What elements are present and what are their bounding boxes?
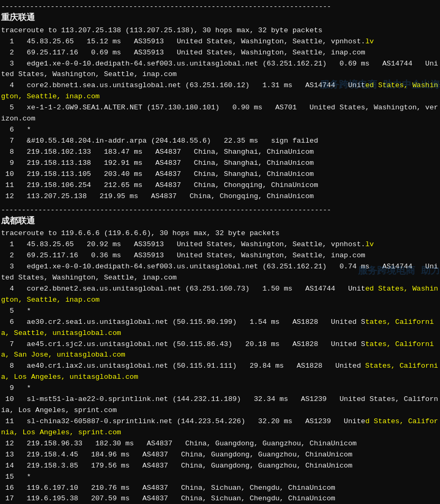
section2-hop-9: 9 * <box>1 383 439 394</box>
section1-hop-2: 2 69.25.117.16 0.69 ms AS35913 United St… <box>1 48 439 59</box>
section1-title: 重庆联通 <box>1 12 439 25</box>
section1-hop-3: 3 edge1.xe-0-0-10.dedipath-64.sef003.us.… <box>1 59 439 81</box>
section-chengdu: 成都联通 traceroute to 119.6.6.6 (119.6.6.6)… <box>1 215 439 504</box>
section1-hop-10: 10 219.158.113.105 203.40 ms AS4837 Chin… <box>1 169 439 180</box>
mid-divider: ----------------------------------------… <box>1 206 439 215</box>
section-chongqing: 重庆联通 traceroute to 113.207.25.138 (113.2… <box>1 12 439 202</box>
section1-hop-9: 9 219.158.113.138 192.91 ms AS4837 China… <box>1 158 439 169</box>
section1-hop-11: 11 219.158.106.254 212.65 ms AS4837 Chin… <box>1 180 439 191</box>
section2-hop-7: 7 ae45.cr1.sjc2.us.unitasglobal.net (50.… <box>1 339 439 361</box>
section1-hop-12: 12 113.207.25.138 219.95 ms AS4837 China… <box>1 191 439 202</box>
section2-hop-6: 6 ae30.cr2.sea1.us.unitasglobal.net (50.… <box>1 317 439 339</box>
section2-hop-10: 10 sl-mst51-la-ae22-0.sprintlink.net (14… <box>1 394 439 416</box>
section2-hop-8: 8 ae40.cr1.lax2.us.unitasglobal.net (50.… <box>1 361 439 383</box>
section2-hop-11: 11 sl-china32-605887-0.sprintlink.net (1… <box>1 416 439 438</box>
section2-hop-4: 4 core2.bbnet2.sea.us.unitasglobal.net (… <box>1 284 439 306</box>
section1-hop-6: 6 * <box>1 125 439 136</box>
section2-hop-2: 2 69.25.117.16 0.36 ms AS35913 United St… <box>1 250 439 262</box>
section2-hop-15: 15 * <box>1 472 439 483</box>
section2-hop-5: 5 * <box>1 306 439 317</box>
section1-hop-8: 8 219.158.102.133 183.47 ms AS4837 China… <box>1 147 439 158</box>
section2-header: traceroute to 119.6.6.6 (119.6.6.6), 30 … <box>1 228 439 239</box>
section2-hop-3: 3 edge1.xe-0-0-10.dedipath-64.sef003.us.… <box>1 262 439 284</box>
section2-hop-16: 16 119.6.197.10 210.76 ms AS4837 China, … <box>1 483 439 494</box>
section2-hop-1: 1 45.83.25.65 20.92 ms AS35913 United St… <box>1 239 439 250</box>
top-divider: ----------------------------------------… <box>1 2 439 12</box>
section2-hop-14: 14 219.158.3.85 179.56 ms AS4837 China, … <box>1 461 439 472</box>
main-container: 服务跨境电商 助力中企出海 服务跨境电商 助力 ----------------… <box>0 0 440 504</box>
section1-hop-7: 7 &#10.55.148.204.in-addr.arpa (204.148.… <box>1 136 439 147</box>
section1-header: traceroute to 113.207.25.138 (113.207.25… <box>1 25 439 36</box>
section1-hop-5: 5 xe-1-1-2.GW9.SEA1.ALTER.NET (157.130.1… <box>1 102 439 125</box>
section1-hop-1: 1 45.83.25.65 15.12 ms AS35913 United St… <box>1 36 439 48</box>
section2-hop-12: 12 219.158.96.33 182.30 ms AS4837 China,… <box>1 438 439 450</box>
section2-hop-13: 13 219.158.4.45 184.96 ms AS4837 China, … <box>1 450 439 461</box>
section2-title: 成都联通 <box>1 215 439 229</box>
section1-hop-4: 4 core2.bbnet1.sea.us.unitasglobal.net (… <box>1 80 439 102</box>
section2-hop-17: 17 119.6.195.38 207.59 ms AS4837 China, … <box>1 493 439 504</box>
